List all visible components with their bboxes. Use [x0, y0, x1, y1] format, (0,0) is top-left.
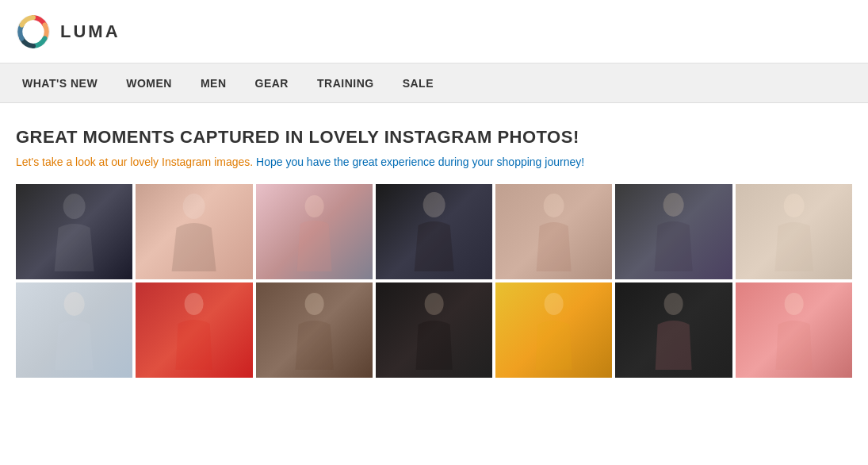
- svg-point-12: [545, 293, 564, 315]
- svg-point-3: [304, 195, 323, 217]
- photo-4[interactable]: [376, 184, 492, 279]
- svg-point-4: [423, 192, 445, 217]
- photo-12[interactable]: [495, 282, 612, 378]
- subtitle-part2: Hope you have the great experience durin…: [256, 156, 584, 168]
- photo-3[interactable]: [256, 184, 373, 279]
- svg-point-7: [783, 194, 804, 217]
- nav-item-sale[interactable]: Sale: [388, 63, 448, 102]
- photo-14[interactable]: [736, 282, 852, 378]
- main-nav: What's New Women Men Gear Training Sale: [0, 63, 868, 103]
- nav-item-whats-new[interactable]: What's New: [8, 63, 112, 102]
- photo-13[interactable]: [615, 282, 732, 378]
- main-content: GREAT MOMENTS CAPTURED IN LOVELY INSTAGR…: [0, 103, 868, 397]
- logo[interactable]: LUMA: [16, 14, 120, 49]
- section-subtitle: Let's take a look at our lovely Instagra…: [16, 156, 852, 168]
- nav-item-women[interactable]: Women: [112, 63, 186, 102]
- logo-icon: [16, 14, 51, 49]
- nav-item-men[interactable]: Men: [186, 63, 241, 102]
- photo-11[interactable]: [376, 282, 492, 378]
- photo-6[interactable]: [615, 184, 732, 279]
- subtitle-part1: Let's take a look at our lovely Instagra…: [16, 156, 253, 168]
- svg-point-10: [304, 293, 323, 315]
- photo-10[interactable]: [256, 282, 373, 378]
- photo-1[interactable]: [16, 184, 132, 279]
- svg-point-9: [185, 293, 204, 315]
- svg-point-14: [784, 293, 803, 315]
- nav-item-gear[interactable]: Gear: [241, 63, 303, 102]
- nav-item-training[interactable]: Training: [303, 63, 388, 102]
- photo-grid-row2: [16, 282, 852, 378]
- svg-point-1: [63, 194, 86, 219]
- header: LUMA: [0, 0, 868, 63]
- svg-point-13: [664, 293, 683, 315]
- svg-point-6: [663, 193, 684, 217]
- svg-point-8: [64, 292, 85, 316]
- photo-8[interactable]: [16, 282, 132, 378]
- photo-9[interactable]: [136, 282, 252, 378]
- svg-point-5: [544, 194, 564, 217]
- svg-point-11: [424, 293, 443, 315]
- svg-point-2: [183, 194, 205, 219]
- brand-name: LUMA: [60, 21, 120, 42]
- photo-7[interactable]: [736, 184, 852, 279]
- photo-2[interactable]: [136, 184, 252, 279]
- section-title: GREAT MOMENTS CAPTURED IN LOVELY INSTAGR…: [16, 127, 852, 148]
- photo-5[interactable]: [495, 184, 612, 279]
- photo-grid-row1: [16, 184, 852, 279]
